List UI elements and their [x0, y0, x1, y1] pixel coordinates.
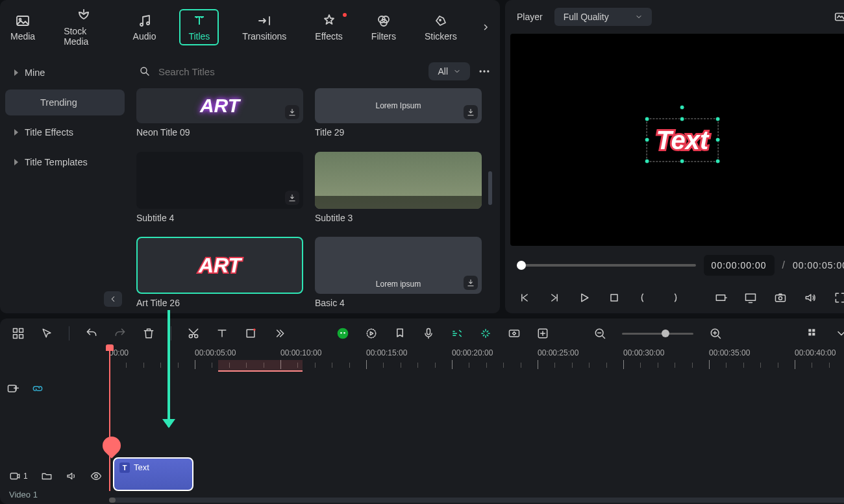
title-card-art-26[interactable]: ART Art Title 26: [136, 237, 303, 313]
delete-icon[interactable]: [142, 327, 155, 340]
audio-mix-icon[interactable]: [451, 327, 464, 340]
caret-icon: [14, 69, 18, 76]
sidebar-item-mine[interactable]: Mine: [5, 60, 125, 86]
tab-transitions[interactable]: Transitions: [237, 9, 292, 45]
layout-icon[interactable]: [12, 327, 25, 340]
resize-handle[interactable]: [680, 158, 685, 163]
filter-all-button[interactable]: All: [428, 62, 470, 80]
stickers-icon: [433, 13, 449, 29]
undo-icon[interactable]: [85, 327, 98, 340]
svg-point-7: [440, 19, 441, 21]
timeline-ruler[interactable]: 00:0000:00:05:0000:00:10:0000:00:15:0000…: [109, 348, 844, 374]
sidebar-item-title-effects[interactable]: Title Effects: [5, 119, 125, 145]
rotate-handle[interactable]: [680, 104, 685, 110]
timeline-clip-text[interactable]: T Text: [113, 457, 193, 491]
tab-stickers[interactable]: Stickers: [419, 9, 462, 45]
collapse-sidebar-button[interactable]: [104, 291, 122, 307]
grid-scrollbar[interactable]: [488, 171, 492, 205]
zoom-in-icon[interactable]: [709, 327, 722, 340]
view-options-icon[interactable]: [835, 327, 844, 340]
fullscreen-icon[interactable]: [834, 291, 844, 304]
mic-icon[interactable]: [422, 327, 435, 340]
next-frame-icon[interactable]: [548, 291, 561, 304]
tab-effects[interactable]: Effects: [310, 9, 348, 45]
zoom-out-icon[interactable]: [593, 327, 606, 340]
resize-handle[interactable]: [645, 138, 650, 143]
mark-out-icon[interactable]: [667, 291, 680, 304]
ai-icon[interactable]: [336, 327, 349, 340]
resize-handle[interactable]: [715, 138, 720, 143]
ruler-tick: 00:00:15:00: [366, 348, 407, 357]
pointer-icon[interactable]: [40, 327, 53, 340]
more-tools-icon[interactable]: [273, 327, 286, 340]
marker-icon[interactable]: [393, 327, 406, 340]
mute-icon[interactable]: [66, 470, 77, 482]
render-icon[interactable]: [365, 327, 378, 340]
tab-filters[interactable]: Filters: [366, 9, 401, 45]
resize-handle[interactable]: [715, 116, 720, 121]
prev-frame-icon[interactable]: [518, 291, 531, 304]
svg-rect-39: [8, 385, 16, 392]
resize-handle[interactable]: [645, 116, 650, 121]
snapshot-icon[interactable]: [834, 10, 844, 24]
title-card-title-29[interactable]: Lorem Ipsum Title 29: [315, 88, 482, 143]
visibility-icon[interactable]: [90, 470, 102, 482]
player-viewport[interactable]: Text: [510, 34, 844, 246]
svg-rect-24: [247, 330, 254, 337]
tab-media[interactable]: Media: [5, 9, 40, 45]
title-card-neon-09[interactable]: ART Neon Title 09: [136, 88, 303, 143]
svg-rect-36: [812, 329, 815, 331]
sidebar-item-trending[interactable]: Trending: [5, 90, 125, 115]
sidebar-item-title-templates[interactable]: Title Templates: [5, 149, 125, 175]
tabs-more-icon[interactable]: [480, 21, 491, 34]
title-card-subtitle-4[interactable]: Subtitle 4: [136, 152, 303, 228]
ratio-icon[interactable]: [714, 291, 727, 304]
resize-handle[interactable]: [680, 116, 685, 121]
more-options-icon[interactable]: [478, 65, 491, 78]
current-time: 00:00:00:00: [704, 255, 775, 276]
quality-select[interactable]: Full Quality: [554, 8, 652, 26]
volume-icon[interactable]: [804, 291, 817, 304]
text-tool-icon[interactable]: [216, 327, 229, 340]
title-card-subtitle-3[interactable]: Subtitle 3: [315, 152, 482, 228]
svg-rect-35: [808, 329, 811, 331]
text-selection-box[interactable]: Text: [647, 118, 719, 162]
keyframe-panel-icon[interactable]: [508, 327, 521, 340]
download-icon[interactable]: [464, 276, 478, 290]
resize-handle[interactable]: [645, 158, 650, 163]
title-card-basic-4[interactable]: Lorem ipsum Basic 4: [315, 237, 482, 313]
photo-preview: [315, 152, 482, 209]
tab-stock-media[interactable]: Stock Media: [58, 4, 109, 51]
resize-handle[interactable]: [715, 158, 720, 163]
titles-grid: ART Neon Title 09 Lorem Ipsum Title 29 S…: [136, 88, 493, 313]
video-track-icon: [9, 470, 21, 482]
scrub-bar[interactable]: [517, 264, 696, 267]
folder-icon[interactable]: [41, 470, 53, 482]
play-icon[interactable]: [578, 291, 591, 304]
redo-icon[interactable]: [114, 327, 127, 340]
link-icon[interactable]: [31, 382, 44, 395]
download-icon[interactable]: [285, 105, 299, 119]
svg-rect-21: [19, 335, 23, 339]
camera-icon[interactable]: [774, 291, 787, 304]
cut-icon[interactable]: [187, 327, 200, 340]
caret-icon: [14, 159, 18, 165]
view-mode-icon[interactable]: [806, 327, 819, 340]
mark-in-icon[interactable]: [638, 291, 651, 304]
download-icon[interactable]: [464, 105, 478, 119]
zoom-slider[interactable]: [622, 333, 693, 335]
display-icon[interactable]: [744, 291, 757, 304]
svg-rect-13: [611, 294, 617, 301]
transitions-icon: [256, 13, 272, 29]
timeline-scrollbar[interactable]: [109, 498, 844, 503]
search-input[interactable]: [158, 66, 421, 77]
keyframe-add-icon[interactable]: [536, 327, 549, 340]
add-track-icon[interactable]: [6, 382, 19, 395]
download-icon[interactable]: [285, 191, 299, 205]
auto-cut-icon[interactable]: [479, 327, 492, 340]
tab-audio[interactable]: Audio: [128, 9, 162, 45]
stop-icon[interactable]: [608, 291, 621, 304]
tab-titles[interactable]: Titles: [179, 9, 219, 45]
player-panel: Player Full Quality Text 0: [505, 0, 844, 313]
crop-icon[interactable]: [244, 327, 257, 340]
